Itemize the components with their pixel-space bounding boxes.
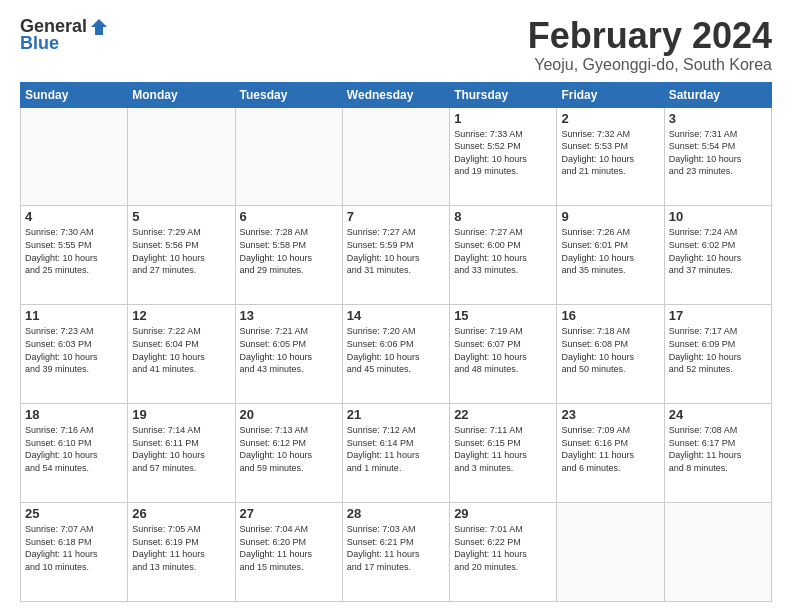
day-number: 3 [669, 111, 767, 126]
day-info: Sunrise: 7:16 AMSunset: 6:10 PMDaylight:… [25, 424, 123, 474]
day-number: 12 [132, 308, 230, 323]
day-number: 1 [454, 111, 552, 126]
table-row [21, 107, 128, 206]
calendar-table: Sunday Monday Tuesday Wednesday Thursday… [20, 82, 772, 602]
day-number: 23 [561, 407, 659, 422]
day-info: Sunrise: 7:24 AMSunset: 6:02 PMDaylight:… [669, 226, 767, 276]
calendar-header-row: Sunday Monday Tuesday Wednesday Thursday… [21, 82, 772, 107]
header-thursday: Thursday [450, 82, 557, 107]
day-info: Sunrise: 7:32 AMSunset: 5:53 PMDaylight:… [561, 128, 659, 178]
day-info: Sunrise: 7:20 AMSunset: 6:06 PMDaylight:… [347, 325, 445, 375]
day-info: Sunrise: 7:12 AMSunset: 6:14 PMDaylight:… [347, 424, 445, 474]
day-number: 2 [561, 111, 659, 126]
table-row: 19Sunrise: 7:14 AMSunset: 6:11 PMDayligh… [128, 404, 235, 503]
day-info: Sunrise: 7:30 AMSunset: 5:55 PMDaylight:… [25, 226, 123, 276]
day-info: Sunrise: 7:31 AMSunset: 5:54 PMDaylight:… [669, 128, 767, 178]
day-info: Sunrise: 7:14 AMSunset: 6:11 PMDaylight:… [132, 424, 230, 474]
day-info: Sunrise: 7:21 AMSunset: 6:05 PMDaylight:… [240, 325, 338, 375]
day-number: 14 [347, 308, 445, 323]
day-info: Sunrise: 7:26 AMSunset: 6:01 PMDaylight:… [561, 226, 659, 276]
table-row [235, 107, 342, 206]
svg-marker-0 [91, 19, 107, 35]
table-row: 27Sunrise: 7:04 AMSunset: 6:20 PMDayligh… [235, 503, 342, 602]
day-number: 18 [25, 407, 123, 422]
table-row: 11Sunrise: 7:23 AMSunset: 6:03 PMDayligh… [21, 305, 128, 404]
table-row: 13Sunrise: 7:21 AMSunset: 6:05 PMDayligh… [235, 305, 342, 404]
table-row: 17Sunrise: 7:17 AMSunset: 6:09 PMDayligh… [664, 305, 771, 404]
day-number: 25 [25, 506, 123, 521]
table-row: 23Sunrise: 7:09 AMSunset: 6:16 PMDayligh… [557, 404, 664, 503]
day-number: 29 [454, 506, 552, 521]
table-row: 1Sunrise: 7:33 AMSunset: 5:52 PMDaylight… [450, 107, 557, 206]
location: Yeoju, Gyeonggi-do, South Korea [528, 56, 772, 74]
table-row: 5Sunrise: 7:29 AMSunset: 5:56 PMDaylight… [128, 206, 235, 305]
table-row: 4Sunrise: 7:30 AMSunset: 5:55 PMDaylight… [21, 206, 128, 305]
page: General Blue February 2024 Yeoju, Gyeong… [0, 0, 792, 612]
table-row: 7Sunrise: 7:27 AMSunset: 5:59 PMDaylight… [342, 206, 449, 305]
header-friday: Friday [557, 82, 664, 107]
title-section: February 2024 Yeoju, Gyeonggi-do, South … [528, 16, 772, 74]
day-info: Sunrise: 7:22 AMSunset: 6:04 PMDaylight:… [132, 325, 230, 375]
table-row: 14Sunrise: 7:20 AMSunset: 6:06 PMDayligh… [342, 305, 449, 404]
day-info: Sunrise: 7:11 AMSunset: 6:15 PMDaylight:… [454, 424, 552, 474]
table-row: 22Sunrise: 7:11 AMSunset: 6:15 PMDayligh… [450, 404, 557, 503]
table-row [128, 107, 235, 206]
table-row: 25Sunrise: 7:07 AMSunset: 6:18 PMDayligh… [21, 503, 128, 602]
day-number: 22 [454, 407, 552, 422]
table-row: 28Sunrise: 7:03 AMSunset: 6:21 PMDayligh… [342, 503, 449, 602]
calendar-week-2: 4Sunrise: 7:30 AMSunset: 5:55 PMDaylight… [21, 206, 772, 305]
day-info: Sunrise: 7:18 AMSunset: 6:08 PMDaylight:… [561, 325, 659, 375]
day-info: Sunrise: 7:05 AMSunset: 6:19 PMDaylight:… [132, 523, 230, 573]
header-wednesday: Wednesday [342, 82, 449, 107]
day-number: 20 [240, 407, 338, 422]
header-monday: Monday [128, 82, 235, 107]
table-row: 3Sunrise: 7:31 AMSunset: 5:54 PMDaylight… [664, 107, 771, 206]
table-row: 16Sunrise: 7:18 AMSunset: 6:08 PMDayligh… [557, 305, 664, 404]
table-row: 8Sunrise: 7:27 AMSunset: 6:00 PMDaylight… [450, 206, 557, 305]
table-row [557, 503, 664, 602]
table-row: 29Sunrise: 7:01 AMSunset: 6:22 PMDayligh… [450, 503, 557, 602]
table-row: 18Sunrise: 7:16 AMSunset: 6:10 PMDayligh… [21, 404, 128, 503]
header-saturday: Saturday [664, 82, 771, 107]
day-number: 7 [347, 209, 445, 224]
day-info: Sunrise: 7:27 AMSunset: 5:59 PMDaylight:… [347, 226, 445, 276]
day-info: Sunrise: 7:17 AMSunset: 6:09 PMDaylight:… [669, 325, 767, 375]
day-info: Sunrise: 7:23 AMSunset: 6:03 PMDaylight:… [25, 325, 123, 375]
header-tuesday: Tuesday [235, 82, 342, 107]
day-info: Sunrise: 7:13 AMSunset: 6:12 PMDaylight:… [240, 424, 338, 474]
table-row: 6Sunrise: 7:28 AMSunset: 5:58 PMDaylight… [235, 206, 342, 305]
day-number: 16 [561, 308, 659, 323]
day-number: 5 [132, 209, 230, 224]
day-info: Sunrise: 7:29 AMSunset: 5:56 PMDaylight:… [132, 226, 230, 276]
day-info: Sunrise: 7:04 AMSunset: 6:20 PMDaylight:… [240, 523, 338, 573]
day-number: 28 [347, 506, 445, 521]
day-number: 15 [454, 308, 552, 323]
day-number: 10 [669, 209, 767, 224]
table-row: 2Sunrise: 7:32 AMSunset: 5:53 PMDaylight… [557, 107, 664, 206]
day-info: Sunrise: 7:27 AMSunset: 6:00 PMDaylight:… [454, 226, 552, 276]
table-row: 20Sunrise: 7:13 AMSunset: 6:12 PMDayligh… [235, 404, 342, 503]
calendar-week-1: 1Sunrise: 7:33 AMSunset: 5:52 PMDaylight… [21, 107, 772, 206]
day-info: Sunrise: 7:08 AMSunset: 6:17 PMDaylight:… [669, 424, 767, 474]
logo-blue-text: Blue [20, 33, 59, 54]
day-info: Sunrise: 7:01 AMSunset: 6:22 PMDaylight:… [454, 523, 552, 573]
table-row: 26Sunrise: 7:05 AMSunset: 6:19 PMDayligh… [128, 503, 235, 602]
logo-icon [89, 17, 109, 37]
table-row: 9Sunrise: 7:26 AMSunset: 6:01 PMDaylight… [557, 206, 664, 305]
day-number: 11 [25, 308, 123, 323]
logo: General Blue [20, 16, 109, 54]
day-info: Sunrise: 7:33 AMSunset: 5:52 PMDaylight:… [454, 128, 552, 178]
header-sunday: Sunday [21, 82, 128, 107]
day-number: 26 [132, 506, 230, 521]
day-info: Sunrise: 7:03 AMSunset: 6:21 PMDaylight:… [347, 523, 445, 573]
month-title: February 2024 [528, 16, 772, 56]
day-number: 6 [240, 209, 338, 224]
day-number: 8 [454, 209, 552, 224]
table-row: 12Sunrise: 7:22 AMSunset: 6:04 PMDayligh… [128, 305, 235, 404]
day-number: 9 [561, 209, 659, 224]
day-number: 17 [669, 308, 767, 323]
day-number: 21 [347, 407, 445, 422]
day-number: 13 [240, 308, 338, 323]
day-info: Sunrise: 7:07 AMSunset: 6:18 PMDaylight:… [25, 523, 123, 573]
table-row: 15Sunrise: 7:19 AMSunset: 6:07 PMDayligh… [450, 305, 557, 404]
